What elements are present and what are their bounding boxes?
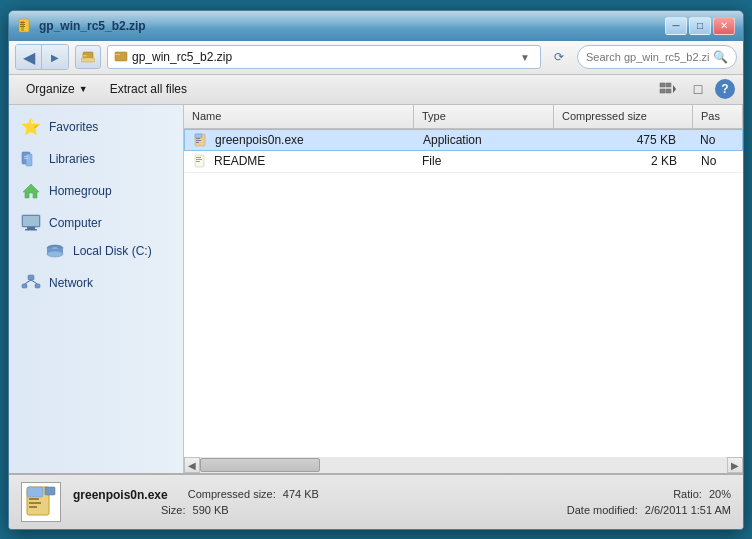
computer-section: Computer Local Disk (C:) [9, 209, 183, 265]
network-section: Network [9, 269, 183, 297]
scroll-thumb[interactable] [200, 458, 320, 472]
svg-rect-10 [660, 83, 665, 87]
file-pass-cell: No [693, 154, 743, 168]
homegroup-section: Homegroup [9, 177, 183, 205]
svg-rect-7 [81, 58, 95, 62]
file-header: Name Type Compressed size Pas [184, 105, 743, 129]
svg-rect-42 [27, 487, 43, 497]
status-filename: greenpois0n.exe [73, 488, 168, 502]
minimize-button[interactable]: ─ [665, 17, 687, 35]
svg-rect-46 [45, 487, 55, 495]
scroll-right-button[interactable]: ▶ [727, 457, 743, 473]
svg-rect-9 [115, 54, 120, 55]
window-controls: ─ □ ✕ [665, 17, 735, 35]
svg-rect-18 [24, 158, 28, 159]
file-pass-cell: No [692, 133, 742, 147]
title-bar: gp_win_rc5_b2.zip ─ □ ✕ [9, 11, 743, 41]
svg-rect-40 [196, 161, 200, 162]
svg-rect-33 [195, 134, 202, 138]
status-row-1: greenpois0n.exe Compressed size: 474 KB … [73, 488, 731, 502]
file-name-cell: README [184, 153, 414, 169]
svg-rect-35 [196, 140, 201, 141]
file-type-cell: Application [415, 133, 555, 147]
network-icon [21, 273, 41, 293]
scroll-left-button[interactable]: ◀ [184, 457, 200, 473]
svg-rect-36 [196, 142, 199, 143]
table-row[interactable]: README File 2 KB No [184, 151, 743, 173]
status-ratio: Ratio: 20% [673, 488, 731, 502]
file-size-cell: 2 KB [554, 154, 693, 168]
svg-rect-4 [20, 26, 25, 27]
svg-rect-2 [20, 22, 25, 23]
sidebar-item-computer[interactable]: Computer [9, 209, 183, 237]
sidebar: ⭐ Favorites Libraries [9, 105, 184, 473]
nav-buttons: ◀ ▶ [15, 44, 69, 70]
homegroup-icon [21, 181, 41, 201]
maximize-button[interactable]: □ [689, 17, 711, 35]
col-header-type[interactable]: Type [414, 105, 554, 128]
svg-rect-29 [35, 284, 40, 288]
svg-rect-28 [22, 284, 27, 288]
svg-line-30 [25, 280, 32, 284]
svg-rect-11 [666, 83, 671, 87]
homegroup-label: Homegroup [49, 184, 112, 198]
svg-point-26 [52, 247, 58, 249]
organize-arrow: ▼ [79, 84, 88, 94]
title-bar-left: gp_win_rc5_b2.zip [17, 18, 146, 34]
back-button[interactable]: ◀ [16, 45, 42, 69]
sidebar-item-libraries[interactable]: Libraries [9, 145, 183, 173]
computer-icon [21, 213, 41, 233]
status-compressed-size: Compressed size: 474 KB [188, 488, 319, 502]
sidebar-item-localdisk[interactable]: Local Disk (C:) [9, 237, 183, 265]
svg-rect-45 [29, 506, 37, 508]
svg-rect-17 [24, 156, 28, 157]
col-header-password[interactable]: Pas [693, 105, 743, 128]
localdisk-icon [45, 241, 65, 261]
up-button[interactable] [75, 45, 101, 69]
libraries-section: Libraries [9, 145, 183, 173]
status-date: Date modified: 2/6/2011 1:51 AM [567, 504, 731, 516]
table-row[interactable]: greenpois0n.exe Application 475 KB No [184, 129, 743, 151]
extract-label: Extract all files [110, 82, 187, 96]
svg-rect-21 [27, 227, 35, 229]
sidebar-item-network[interactable]: Network [9, 269, 183, 297]
path-icon [114, 49, 128, 66]
views-dropdown-button[interactable] [655, 78, 681, 100]
close-button[interactable]: ✕ [713, 17, 735, 35]
toolbar-right: □ ? [655, 78, 735, 100]
help-button[interactable]: ? [715, 79, 735, 99]
address-bar: ◀ ▶ gp_win_rc5_b2.zip ▼ ⟳ 🔍 [9, 41, 743, 75]
search-input[interactable] [586, 51, 709, 63]
svg-rect-38 [196, 157, 201, 158]
libraries-icon [21, 149, 41, 169]
scroll-track[interactable] [200, 457, 727, 473]
svg-point-25 [47, 251, 63, 257]
sidebar-item-homegroup[interactable]: Homegroup [9, 177, 183, 205]
status-file-icon [21, 482, 61, 522]
localdisk-label: Local Disk (C:) [73, 244, 152, 258]
sidebar-item-favorites[interactable]: ⭐ Favorites [9, 113, 183, 141]
preview-pane-button[interactable]: □ [685, 78, 711, 100]
refresh-button[interactable]: ⟳ [547, 45, 571, 69]
status-bar: greenpois0n.exe Compressed size: 474 KB … [9, 473, 743, 529]
path-dropdown[interactable]: ▼ [516, 52, 534, 63]
extract-button[interactable]: Extract all files [101, 78, 196, 100]
search-icon: 🔍 [713, 50, 728, 64]
file-list: greenpois0n.exe Application 475 KB No [184, 129, 743, 457]
address-path[interactable]: gp_win_rc5_b2.zip ▼ [107, 45, 541, 69]
forward-button[interactable]: ▶ [42, 45, 68, 69]
status-size: Size: 590 KB [161, 504, 229, 516]
organize-button[interactable]: Organize ▼ [17, 78, 97, 100]
svg-rect-43 [29, 498, 39, 500]
search-box: 🔍 [577, 45, 737, 69]
svg-rect-3 [20, 24, 25, 25]
col-header-name[interactable]: Name [184, 105, 414, 128]
network-label: Network [49, 276, 93, 290]
svg-rect-44 [29, 502, 41, 504]
status-row-2: Size: 590 KB Date modified: 2/6/2011 1:5… [73, 504, 731, 516]
col-header-size[interactable]: Compressed size [554, 105, 693, 128]
svg-rect-16 [26, 154, 32, 166]
file-name: greenpois0n.exe [215, 133, 304, 147]
svg-rect-22 [25, 229, 37, 231]
favorites-icon: ⭐ [21, 117, 41, 137]
